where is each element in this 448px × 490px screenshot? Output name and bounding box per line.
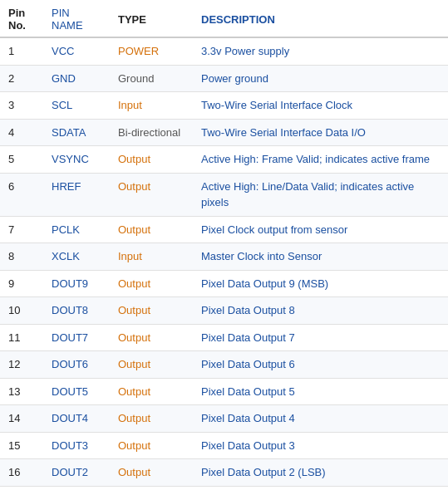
cell-pin: 9 — [0, 270, 43, 297]
table-row: 11DOUT7OutputPixel Data Output 7 — [0, 324, 448, 351]
cell-name: DOUT9 — [43, 270, 110, 297]
pin-table: Pin No. PIN NAME TYPE DESCRIPTION 1VCCPO… — [0, 0, 448, 487]
table-row: 12DOUT6OutputPixel Data Output 6 — [0, 351, 448, 379]
table-row: 13DOUT5OutputPixel Data Output 5 — [0, 378, 448, 405]
header-type: TYPE — [110, 0, 193, 37]
cell-desc: Pixel Data Output 2 (LSB) — [193, 459, 448, 487]
cell-type: Output — [110, 216, 193, 243]
cell-type: Output — [110, 270, 193, 297]
cell-pin: 13 — [0, 378, 43, 405]
table-row: 10DOUT8OutputPixel Data Output 8 — [0, 297, 448, 325]
cell-desc: Pixel Data Output 6 — [193, 351, 448, 379]
table-row: 1VCCPOWER3.3v Power supply — [0, 37, 448, 65]
table-row: 6HREFOutputActive High: Line/Data Valid;… — [0, 173, 448, 216]
header-desc: DESCRIPTION — [193, 0, 448, 37]
table-row: 5VSYNCOutputActive High: Frame Valid; in… — [0, 146, 448, 174]
cell-name: HREF — [43, 173, 110, 216]
cell-type: Output — [110, 146, 193, 174]
table-row: 3SCLInputTwo-Wire Serial Interface Clock — [0, 92, 448, 120]
cell-desc: Pixel Data Output 3 — [193, 432, 448, 459]
cell-type: Output — [110, 378, 193, 405]
header-name: PIN NAME — [43, 0, 110, 37]
header-pin: Pin No. — [0, 0, 43, 37]
cell-desc: 3.3v Power supply — [193, 37, 448, 65]
cell-pin: 8 — [0, 243, 43, 271]
cell-name: GND — [43, 65, 110, 92]
cell-name: DOUT4 — [43, 405, 110, 433]
cell-type: Output — [110, 324, 193, 351]
cell-desc: Pixel Data Output 8 — [193, 297, 448, 325]
cell-type: Bi-directional — [110, 119, 193, 146]
cell-type: Output — [110, 432, 193, 459]
cell-type: POWER — [110, 37, 193, 65]
cell-name: VCC — [43, 37, 110, 65]
cell-desc: Pixel Data Output 4 — [193, 405, 448, 433]
cell-pin: 3 — [0, 92, 43, 120]
cell-type: Output — [110, 405, 193, 433]
cell-pin: 1 — [0, 37, 43, 65]
cell-desc: Active High: Frame Valid; indicates acti… — [193, 146, 448, 174]
cell-type: Input — [110, 92, 193, 120]
cell-desc: Pixel Clock output from sensor — [193, 216, 448, 243]
cell-name: PCLK — [43, 216, 110, 243]
cell-pin: 11 — [0, 324, 43, 351]
cell-type: Ground — [110, 65, 193, 92]
cell-desc: Master Clock into Sensor — [193, 243, 448, 271]
cell-name: DOUT5 — [43, 378, 110, 405]
cell-name: DOUT3 — [43, 432, 110, 459]
cell-desc: Pixel Data Output 9 (MSB) — [193, 270, 448, 297]
cell-pin: 7 — [0, 216, 43, 243]
cell-name: DOUT8 — [43, 297, 110, 325]
cell-name: DOUT6 — [43, 351, 110, 379]
cell-name: DOUT7 — [43, 324, 110, 351]
cell-type: Output — [110, 173, 193, 216]
cell-name: XCLK — [43, 243, 110, 271]
cell-pin: 2 — [0, 65, 43, 92]
table-row: 15DOUT3OutputPixel Data Output 3 — [0, 432, 448, 459]
cell-desc: Two-Wire Serial Interface Data I/O — [193, 119, 448, 146]
cell-pin: 5 — [0, 146, 43, 174]
cell-pin: 12 — [0, 351, 43, 379]
cell-desc: Pixel Data Output 5 — [193, 378, 448, 405]
cell-pin: 4 — [0, 119, 43, 146]
cell-pin: 10 — [0, 297, 43, 325]
table-row: 14DOUT4OutputPixel Data Output 4 — [0, 405, 448, 433]
cell-pin: 16 — [0, 459, 43, 487]
table-row: 7PCLKOutputPixel Clock output from senso… — [0, 216, 448, 243]
cell-name: SCL — [43, 92, 110, 120]
cell-desc: Active High: Line/Data Valid; indicates … — [193, 173, 448, 216]
table-header-row: Pin No. PIN NAME TYPE DESCRIPTION — [0, 0, 448, 37]
cell-name: SDATA — [43, 119, 110, 146]
table-row: 8XCLKInputMaster Clock into Sensor — [0, 243, 448, 271]
cell-desc: Two-Wire Serial Interface Clock — [193, 92, 448, 120]
cell-pin: 14 — [0, 405, 43, 433]
cell-name: VSYNC — [43, 146, 110, 174]
cell-type: Output — [110, 297, 193, 325]
table-row: 16DOUT2OutputPixel Data Output 2 (LSB) — [0, 459, 448, 487]
cell-type: Input — [110, 243, 193, 271]
cell-desc: Pixel Data Output 7 — [193, 324, 448, 351]
cell-type: Output — [110, 459, 193, 487]
table-row: 4SDATABi-directionalTwo-Wire Serial Inte… — [0, 119, 448, 146]
cell-pin: 6 — [0, 173, 43, 216]
cell-desc: Power ground — [193, 65, 448, 92]
table-row: 2GNDGroundPower ground — [0, 65, 448, 92]
cell-pin: 15 — [0, 432, 43, 459]
cell-type: Output — [110, 351, 193, 379]
table-row: 9DOUT9OutputPixel Data Output 9 (MSB) — [0, 270, 448, 297]
cell-name: DOUT2 — [43, 459, 110, 487]
